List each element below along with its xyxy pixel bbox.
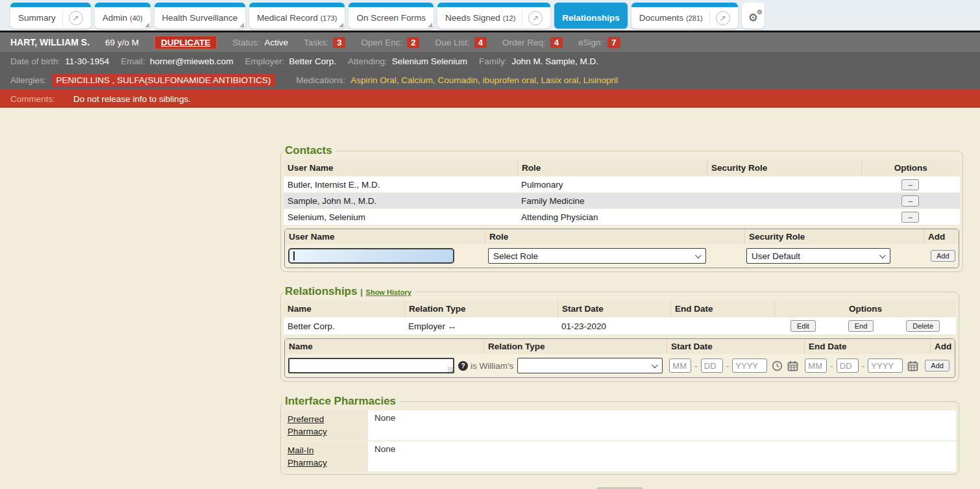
add-contact-button[interactable]: Add xyxy=(931,250,955,262)
relationship-type: Employer xyxy=(408,321,445,331)
tab-label: Health Surveillance xyxy=(162,13,238,23)
relationships-title: Relationships xyxy=(285,285,357,297)
chevron-down-icon xyxy=(652,362,658,368)
popout-icon[interactable]: ↗ xyxy=(716,11,730,25)
relationship-start-date: 01-23-2020 xyxy=(557,321,670,331)
esign-badge[interactable]: 7 xyxy=(607,37,620,48)
tab-medical-record[interactable]: Medical Record (173) xyxy=(249,3,345,29)
due-list-label: Due List: xyxy=(435,38,469,47)
email-label: Email: xyxy=(121,56,145,66)
contact-role: Attending Physician xyxy=(517,212,707,222)
add-contact-box: User Name Role Security Role Add Select … xyxy=(284,229,959,268)
tab-relationships[interactable]: Relationships xyxy=(554,3,628,29)
end-year-input[interactable] xyxy=(868,358,903,373)
allergies-value[interactable]: PENICILLINS , SULFA(SULFONAMIDE ANTIBIOT… xyxy=(52,74,276,86)
start-year-input[interactable] xyxy=(732,358,767,373)
calendar-icon[interactable] xyxy=(787,360,798,371)
status-value: Active xyxy=(264,38,288,47)
remove-contact-button[interactable]: – xyxy=(901,195,919,207)
comments-value: Do not release info to siblings. xyxy=(73,94,191,104)
comments-bar: Comments: Do not release info to sibling… xyxy=(0,90,980,108)
order-req-badge[interactable]: 4 xyxy=(550,37,563,48)
start-month-input[interactable] xyxy=(669,358,691,373)
help-icon[interactable]: ? xyxy=(458,361,468,371)
tab-settings[interactable]: ⚙⚙ xyxy=(742,3,765,29)
mail-in-pharmacy-link[interactable]: Mail-In Pharmacy xyxy=(288,444,347,469)
tab-health-surveillance[interactable]: Health Surveillance xyxy=(154,3,245,29)
preferred-pharmacy-link[interactable]: Preferred Pharmacy xyxy=(288,413,347,438)
rel-header-options: Options xyxy=(774,301,956,317)
relationships-header-row: Name Relation Type Start Date End Date O… xyxy=(284,301,956,317)
start-date-group: - - xyxy=(669,358,798,373)
add-contact-input-row: Select Role User Default Add xyxy=(285,244,959,268)
add-rel-header-name: Name xyxy=(285,339,484,354)
start-day-input[interactable] xyxy=(701,358,723,373)
contact-role-select[interactable]: Select Role xyxy=(488,248,706,264)
settings-gears-icon: ⚙⚙ xyxy=(748,12,758,23)
preferred-pharmacy-value: None xyxy=(368,410,402,440)
rel-header-end: End Date xyxy=(670,301,774,317)
chevron-down-icon xyxy=(695,252,702,258)
contact-user: Sample, John M., M.D. xyxy=(284,196,517,206)
relation-type-select[interactable] xyxy=(517,358,663,373)
add-contact-header-user: User Name xyxy=(285,229,485,244)
contact-user: Selenium, Selenium xyxy=(284,212,517,222)
date-separator: - xyxy=(726,361,729,371)
tab-needs-signed[interactable]: Needs Signed (12) ↗ xyxy=(437,3,550,29)
tasks-badge[interactable]: 3 xyxy=(333,37,345,48)
employer-value: Better Corp. xyxy=(289,56,336,66)
comments-label: Comments: xyxy=(10,94,55,104)
dob-label: Date of birth: xyxy=(10,56,60,66)
edit-relationship-button[interactable]: Edit xyxy=(790,320,816,332)
relationship-name: Better Corp. xyxy=(284,321,404,331)
tab-documents[interactable]: Documents (281) ↗ xyxy=(631,3,738,29)
calendar-icon[interactable] xyxy=(907,360,918,371)
medications-value[interactable]: Aspirin Oral, Calcium, Coumadin, ibuprof… xyxy=(350,75,618,85)
tab-count: (40) xyxy=(130,14,143,22)
contacts-header-role: Role xyxy=(517,160,707,176)
add-rel-header-add: Add xyxy=(930,339,955,354)
order-req-label: Order Req: xyxy=(502,38,546,47)
patient-name: HART, WILLIAM S. xyxy=(10,37,90,47)
rel-header-start: Start Date xyxy=(557,301,670,317)
add-relationship-button[interactable]: Add xyxy=(925,360,949,371)
relationship-name-input[interactable] xyxy=(288,358,454,373)
resize-grip-icon[interactable] xyxy=(448,367,453,372)
tab-label: On Screen Forms xyxy=(356,13,426,23)
end-relationship-button[interactable]: End xyxy=(848,320,874,332)
text-caret xyxy=(293,251,295,260)
remove-contact-button[interactable]: – xyxy=(901,179,919,190)
email-value: horner@mieweb.com xyxy=(150,56,234,66)
open-enc-label: Open Enc: xyxy=(361,38,402,47)
duplicate-flag[interactable]: DUPLICATE xyxy=(154,36,217,49)
tab-summary[interactable]: Summary ↗ xyxy=(10,3,91,29)
legend-separator: | xyxy=(360,287,363,297)
table-row: Selenium, Selenium Attending Physician – xyxy=(284,208,960,225)
tab-admin[interactable]: Admin (40) xyxy=(95,3,151,29)
tab-on-screen-forms[interactable]: On Screen Forms xyxy=(349,3,434,29)
popout-icon[interactable]: ↗ xyxy=(69,11,83,25)
delete-relationship-button[interactable]: Delete xyxy=(906,320,940,332)
contacts-section: Contacts User Name Role Security Role Op… xyxy=(280,144,963,272)
end-month-input[interactable] xyxy=(805,358,827,373)
clock-icon[interactable] xyxy=(772,360,783,371)
show-history-link[interactable]: Show History xyxy=(366,288,411,296)
pharmacies-title: Interface Pharmacies xyxy=(284,395,400,408)
remove-contact-button[interactable]: – xyxy=(901,212,919,223)
due-list-badge[interactable]: 4 xyxy=(474,37,487,48)
mail-in-pharmacy-value: None xyxy=(368,442,402,471)
end-day-input[interactable] xyxy=(837,358,859,373)
medications-label: Medications: xyxy=(296,75,345,85)
table-row: Butler, Internist E., M.D. Pulmonary – xyxy=(284,176,960,192)
dob-value: 11-30-1954 xyxy=(65,56,109,66)
bidirectional-arrow-icon: ↔ xyxy=(448,321,457,331)
popout-icon[interactable]: ↗ xyxy=(528,11,543,25)
open-enc-badge[interactable]: 2 xyxy=(407,37,419,48)
patient-banner-row-1: HART, WILLIAM S. 69 y/o M DUPLICATE Stat… xyxy=(0,32,980,52)
contact-username-input[interactable] xyxy=(288,248,454,264)
add-rel-header-end: End Date xyxy=(804,339,930,354)
pharmacies-section: Interface Pharmacies Preferred Pharmacy … xyxy=(280,395,959,475)
add-relationship-header-row: Name Relation Type Start Date End Date A… xyxy=(285,339,955,354)
family-label: Family: xyxy=(479,56,508,66)
contact-security-role-select[interactable]: User Default xyxy=(746,248,890,264)
